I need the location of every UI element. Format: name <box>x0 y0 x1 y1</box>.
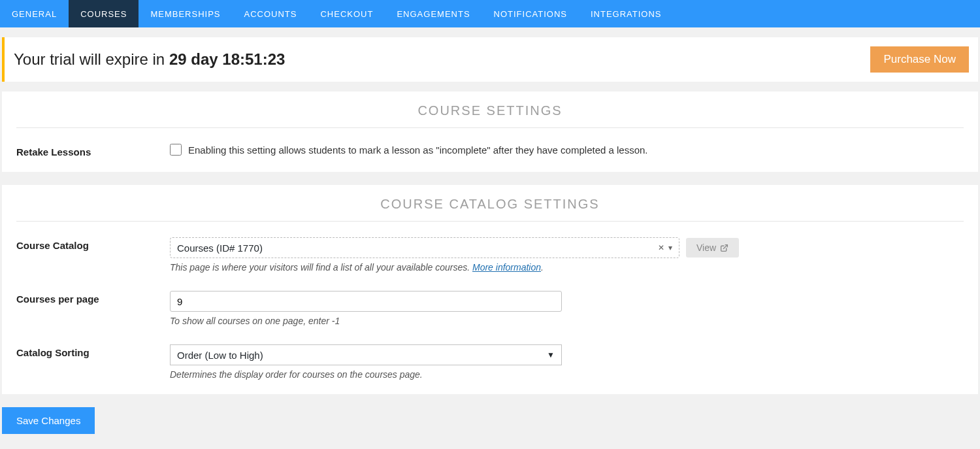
save-changes-button[interactable]: Save Changes <box>2 407 95 434</box>
trial-text: Your trial will expire in 29 day 18:51:2… <box>14 50 285 69</box>
course-settings-panel: COURSE SETTINGS Retake Lessons Enabling … <box>2 91 978 172</box>
course-catalog-selected: Courses (ID# 1770) <box>177 242 263 254</box>
catalog-sorting-row: Catalog Sorting Order (Low to High) ▼ De… <box>16 344 964 380</box>
retake-lessons-checkbox[interactable] <box>170 144 182 156</box>
courses-per-page-label: Courses per page <box>16 291 170 305</box>
clear-icon[interactable]: ✕ <box>658 243 664 252</box>
chevron-down-icon[interactable]: ▾ <box>668 243 672 252</box>
trial-prefix: Your trial will expire in <box>14 50 169 68</box>
trial-banner: Your trial will expire in 29 day 18:51:2… <box>2 37 978 82</box>
course-catalog-help: This page is where your visitors will fi… <box>170 262 964 273</box>
tab-notifications[interactable]: NOTIFICATIONS <box>482 0 579 27</box>
retake-lessons-row: Retake Lessons Enabling this setting all… <box>16 144 964 158</box>
purchase-button[interactable]: Purchase Now <box>870 46 969 73</box>
courses-per-page-help: To show all courses on one page, enter -… <box>170 316 964 326</box>
svg-line-0 <box>724 244 728 248</box>
tab-general[interactable]: GENERAL <box>0 0 69 27</box>
tab-integrations[interactable]: INTEGRATIONS <box>579 0 674 27</box>
view-button-label: View <box>696 242 716 253</box>
tab-engagements[interactable]: ENGAGEMENTS <box>385 0 482 27</box>
course-catalog-label: Course Catalog <box>16 237 170 251</box>
retake-lessons-label: Retake Lessons <box>16 144 170 158</box>
tab-accounts[interactable]: ACCOUNTS <box>233 0 309 27</box>
tab-memberships[interactable]: MEMBERSHIPS <box>139 0 232 27</box>
catalog-sorting-select[interactable]: Order (Low to High) ▼ <box>170 344 562 365</box>
tab-checkout[interactable]: CHECKOUT <box>308 0 385 27</box>
chevron-down-icon: ▼ <box>547 350 555 359</box>
courses-per-page-row: Courses per page To show all courses on … <box>16 291 964 326</box>
course-catalog-settings-panel: COURSE CATALOG SETTINGS Course Catalog C… <box>2 185 978 394</box>
tab-courses[interactable]: COURSES <box>69 0 139 27</box>
retake-lessons-checkbox-wrap[interactable]: Enabling this setting allows students to… <box>170 144 964 156</box>
catalog-sorting-selected: Order (Low to High) <box>177 350 263 361</box>
top-tabs: GENERAL COURSES MEMBERSHIPS ACCOUNTS CHE… <box>0 0 980 27</box>
save-row: Save Changes <box>2 407 978 434</box>
external-link-icon <box>720 244 728 252</box>
course-catalog-row: Course Catalog Courses (ID# 1770) ✕ ▾ Vi… <box>16 237 964 273</box>
retake-lessons-description: Enabling this setting allows students to… <box>188 144 648 156</box>
course-settings-title: COURSE SETTINGS <box>16 103 964 128</box>
catalog-sorting-label: Catalog Sorting <box>16 344 170 358</box>
course-catalog-settings-title: COURSE CATALOG SETTINGS <box>16 197 964 222</box>
catalog-sorting-help: Determines the display order for courses… <box>170 369 964 380</box>
course-catalog-select[interactable]: Courses (ID# 1770) ✕ ▾ <box>170 237 679 258</box>
more-information-link[interactable]: More information <box>472 262 541 273</box>
courses-per-page-input[interactable] <box>170 291 562 312</box>
trial-countdown: 29 day 18:51:23 <box>169 50 285 68</box>
view-button[interactable]: View <box>686 238 739 258</box>
